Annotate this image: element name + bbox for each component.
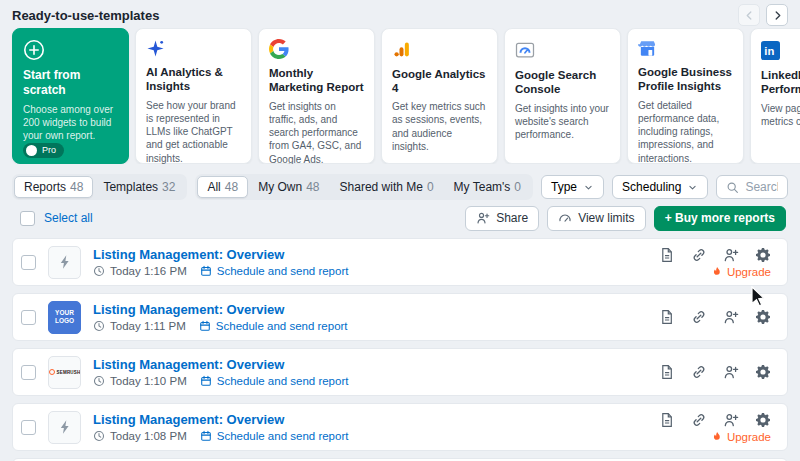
semrush-logo-dot <box>49 369 55 375</box>
tab-my-own[interactable]: My Own 48 <box>248 176 329 198</box>
schedule-and-send-link[interactable]: Schedule and send report <box>217 375 349 387</box>
person-plus-icon[interactable] <box>723 247 739 263</box>
tab-count: 48 <box>70 180 83 194</box>
row-checkbox[interactable] <box>21 310 36 325</box>
document-icon[interactable] <box>659 309 675 325</box>
row-checkbox[interactable] <box>21 420 36 435</box>
template-card-linkedin[interactable]: in LinkedIn Page Performance View page a… <box>750 28 800 164</box>
dropdown-label: Scheduling <box>622 180 681 194</box>
gear-icon[interactable] <box>755 364 771 380</box>
calendar-icon <box>200 265 212 277</box>
row-checkbox[interactable] <box>21 365 36 380</box>
tab-all[interactable]: All 48 <box>197 176 248 198</box>
report-meta: Today 1:11 PM Schedule and send report <box>93 320 348 332</box>
tab-count: 48 <box>225 180 238 194</box>
carousel-prev-button[interactable] <box>738 4 760 26</box>
gear-icon[interactable] <box>755 309 771 325</box>
report-timestamp: Today 1:16 PM <box>110 265 187 277</box>
tab-shared-with-me[interactable]: Shared with Me 0 <box>330 176 444 198</box>
person-plus-icon[interactable] <box>723 364 739 380</box>
search-input[interactable] <box>745 180 778 194</box>
dropdown-label: Type <box>551 180 577 194</box>
report-title-link[interactable]: Listing Management: Overview <box>93 302 348 318</box>
document-icon[interactable] <box>659 412 675 428</box>
link-icon[interactable] <box>691 364 707 380</box>
report-meta: Today 1:08 PM Schedule and send report <box>93 430 348 442</box>
page-header: Ready-to-use-templates <box>0 0 800 28</box>
card-title: AI Analytics & Insights <box>146 65 241 94</box>
list-toolbar: Select all Share View limits + Buy more … <box>0 206 800 230</box>
gauge-icon <box>558 211 572 225</box>
report-timestamp: Today 1:08 PM <box>110 430 187 442</box>
select-all-control: Select all <box>20 211 93 226</box>
select-all-link[interactable]: Select all <box>44 211 93 225</box>
row-actions <box>659 309 771 325</box>
toolbar-actions: Share View limits + Buy more reports <box>465 206 786 231</box>
tab-label: My Team's <box>454 180 511 194</box>
pro-toggle[interactable]: Pro <box>23 143 64 158</box>
gear-icon[interactable] <box>755 247 771 263</box>
document-icon[interactable] <box>659 364 675 380</box>
upgrade-link[interactable]: Upgrade <box>711 431 771 443</box>
gear-icon[interactable] <box>755 412 771 428</box>
report-title-link[interactable]: Listing Management: Overview <box>93 357 348 373</box>
tab-my-teams[interactable]: My Team's 0 <box>444 176 531 198</box>
report-thumbnail: YOUR LOGO <box>48 301 81 334</box>
table-row: Listing Management: Overview Today 1:16 … <box>12 238 788 286</box>
row-action-icons <box>659 412 771 428</box>
upgrade-label: Upgrade <box>727 266 771 278</box>
calendar-icon <box>199 320 211 332</box>
table-row: SEMRUSH Listing Management: Overview Tod… <box>12 348 788 396</box>
tab-reports[interactable]: Reports 48 <box>14 176 93 198</box>
card-description: Get key metrics such as sessions, events… <box>392 100 487 153</box>
tab-label: All <box>207 180 220 194</box>
template-card-start-from-scratch[interactable]: Start from scratch Choose among over 200… <box>12 28 129 164</box>
report-thumbnail <box>48 246 81 279</box>
link-icon[interactable] <box>691 247 707 263</box>
type-dropdown[interactable]: Type <box>541 175 604 199</box>
share-button[interactable]: Share <box>465 206 539 231</box>
schedule-and-send-link[interactable]: Schedule and send report <box>217 265 349 277</box>
select-all-checkbox[interactable] <box>20 211 35 226</box>
tab-templates[interactable]: Templates 32 <box>93 176 185 198</box>
toggle-knob-icon <box>26 145 37 156</box>
card-description: Choose among over 200 widgets to build y… <box>23 103 118 143</box>
report-title-link[interactable]: Listing Management: Overview <box>93 247 348 263</box>
clock-icon <box>93 430 105 442</box>
schedule-and-send-link[interactable]: Schedule and send report <box>217 430 349 442</box>
person-plus-icon[interactable] <box>723 309 739 325</box>
template-card-google-analytics-4[interactable]: Google Analytics 4 Get key metrics such … <box>381 28 498 164</box>
report-info: Listing Management: Overview Today 1:10 … <box>93 357 348 388</box>
tab-label: Shared with Me <box>340 180 423 194</box>
report-info: Listing Management: Overview Today 1:16 … <box>93 247 348 278</box>
link-icon[interactable] <box>691 309 707 325</box>
report-title-link[interactable]: Listing Management: Overview <box>93 412 348 428</box>
chevron-down-icon <box>687 182 698 193</box>
upgrade-link[interactable]: Upgrade <box>711 266 771 278</box>
schedule-and-send-link[interactable]: Schedule and send report <box>216 320 348 332</box>
ownership-tabs: All 48 My Own 48 Shared with Me 0 My Tea… <box>195 174 533 200</box>
tab-label: My Own <box>258 180 302 194</box>
clock-icon <box>93 375 105 387</box>
report-meta: Today 1:16 PM Schedule and send report <box>93 265 348 277</box>
view-limits-button[interactable]: View limits <box>547 206 645 231</box>
carousel-next-button[interactable] <box>766 4 788 26</box>
template-card-monthly-marketing[interactable]: Monthly Marketing Report Get insights on… <box>258 28 375 164</box>
template-card-google-business-profile[interactable]: Google Business Profile Insights Get det… <box>627 28 744 164</box>
flame-icon <box>711 431 723 443</box>
document-icon[interactable] <box>659 247 675 263</box>
link-icon[interactable] <box>691 412 707 428</box>
ga4-icon <box>392 39 487 60</box>
button-label: View limits <box>578 211 634 225</box>
scheduling-dropdown[interactable]: Scheduling <box>612 175 708 199</box>
pro-badge: Pro <box>42 145 56 155</box>
template-card-google-search-console[interactable]: Google Search Console Get insights into … <box>504 28 621 164</box>
template-card-ai-insights[interactable]: AI Analytics & Insights See how your bra… <box>135 28 252 164</box>
tab-count: 0 <box>514 180 521 194</box>
row-checkbox[interactable] <box>21 255 36 270</box>
buy-more-reports-button[interactable]: + Buy more reports <box>654 206 786 231</box>
person-plus-icon[interactable] <box>723 412 739 428</box>
flame-icon <box>711 266 723 278</box>
filters-bar: Reports 48 Templates 32 All 48 My Own 48… <box>0 164 800 200</box>
clock-icon <box>93 320 105 332</box>
